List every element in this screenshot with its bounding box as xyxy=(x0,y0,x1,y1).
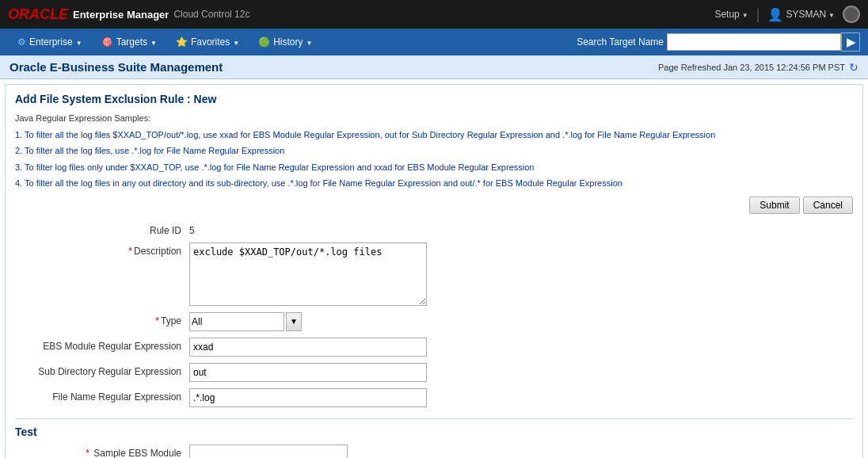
sample1: 1. To filter all the log files $XXAD_TOP… xyxy=(15,128,853,142)
nav-enterprise-label: Enterprise xyxy=(29,36,73,48)
sample4: 4. To filter all the log files in any ou… xyxy=(15,177,853,190)
search-input[interactable] xyxy=(667,33,841,51)
type-row: *Type ▼ xyxy=(15,312,853,331)
nav-history-label: History xyxy=(273,36,303,48)
nav-targets-label: Targets xyxy=(116,36,147,48)
sample3: 3. To filter log files only under $XXAD_… xyxy=(15,161,853,174)
history-icon: 🟢 xyxy=(258,36,270,48)
main-content: Add File System Exclusion Rule : New Jav… xyxy=(5,84,863,458)
type-dropdown-button[interactable]: ▼ xyxy=(286,312,302,331)
setup-button[interactable]: Setup xyxy=(714,9,748,20)
refresh-text: Page Refreshed Jan 23, 2015 12:24:56 PM … xyxy=(658,63,845,72)
file-name-label: File Name Regular Expression xyxy=(15,388,189,403)
type-select-wrapper: ▼ xyxy=(189,312,302,331)
header-divider: | xyxy=(756,6,760,23)
setup-label: Setup xyxy=(714,9,739,20)
cloud-control-text: Cloud Control 12c xyxy=(173,9,714,20)
sub-dir-label: Sub Directory Regular Expression xyxy=(15,363,189,377)
refresh-icon[interactable]: ↻ xyxy=(849,61,858,74)
help-icon[interactable] xyxy=(843,6,860,23)
test-title: Test xyxy=(15,426,853,438)
file-name-row: File Name Regular Expression xyxy=(15,388,853,407)
type-input[interactable] xyxy=(189,312,284,331)
description-textarea[interactable] xyxy=(189,242,427,306)
form-section: Rule ID 5 *Description *Type ▼ EBS Modul… xyxy=(15,222,853,407)
nav-favorites-label: Favorites xyxy=(191,36,230,48)
samples-header: Java Regular Expression Samples: xyxy=(15,112,853,125)
history-chevron-icon xyxy=(306,36,313,48)
rule-id-label: Rule ID xyxy=(15,222,189,236)
description-label: *Description xyxy=(15,242,189,257)
oracle-logo: ORACLE xyxy=(8,6,68,23)
sample-ebs-row: * Sample EBS Module xyxy=(15,445,853,459)
section-title: Add File System Exclusion Rule : New xyxy=(15,93,853,105)
search-label: Search Target Name xyxy=(577,36,664,48)
nav-favorites[interactable]: ⭐ Favorites xyxy=(166,29,249,55)
em-title: Enterprise Manager xyxy=(73,9,169,21)
ebs-module-label: EBS Module Regular Expression xyxy=(15,338,189,352)
nav-targets[interactable]: 🎯 Targets xyxy=(92,29,166,55)
favorites-chevron-icon xyxy=(233,36,239,48)
top-header: ORACLE Enterprise Manager Cloud Control … xyxy=(0,0,868,29)
type-label: *Type xyxy=(15,312,189,326)
sample-ebs-input[interactable] xyxy=(189,445,348,459)
user-label: SYSMAN xyxy=(786,9,826,20)
user-chevron-icon xyxy=(828,9,835,20)
nav-bar: ⚙ Enterprise 🎯 Targets ⭐ Favorites 🟢 His… xyxy=(0,29,868,55)
favorites-icon: ⭐ xyxy=(176,36,188,48)
enterprise-icon: ⚙ xyxy=(17,36,26,48)
action-buttons: Submit Cancel xyxy=(15,197,853,214)
setup-chevron-icon xyxy=(742,9,748,20)
sub-dir-input[interactable] xyxy=(189,363,427,382)
type-required-star: * xyxy=(155,315,159,326)
submit-button[interactable]: Submit xyxy=(749,197,799,214)
page-title: Oracle E-Business Suite Management xyxy=(10,60,223,74)
targets-chevron-icon xyxy=(150,36,157,48)
rule-id-value: 5 xyxy=(189,222,195,236)
sample-ebs-label: * Sample EBS Module xyxy=(15,445,189,459)
ebs-module-input[interactable] xyxy=(189,338,427,357)
file-name-input[interactable] xyxy=(189,388,427,407)
sub-dir-row: Sub Directory Regular Expression xyxy=(15,363,853,382)
ebs-module-row: EBS Module Regular Expression xyxy=(15,338,853,357)
description-required-star: * xyxy=(128,246,132,257)
description-row: *Description xyxy=(15,242,853,306)
search-button[interactable]: ▶ xyxy=(841,32,860,52)
header-right: Setup | 👤 SYSMAN xyxy=(714,6,860,23)
nav-search-section: Search Target Name ▶ xyxy=(577,32,860,52)
user-icon: 👤 xyxy=(767,7,783,22)
user-button[interactable]: 👤 SYSMAN xyxy=(767,7,835,22)
targets-icon: 🎯 xyxy=(101,36,113,48)
test-section: Test * Sample EBS Module xyxy=(15,418,853,459)
sample-ebs-required-star: * xyxy=(86,448,89,459)
nav-history[interactable]: 🟢 History xyxy=(249,29,322,55)
rule-id-row: Rule ID 5 xyxy=(15,222,853,236)
sample2: 2. To filter all the log files, use .*.l… xyxy=(15,144,853,158)
enterprise-chevron-icon xyxy=(76,36,82,48)
nav-enterprise[interactable]: ⚙ Enterprise xyxy=(8,29,92,55)
page-header: Oracle E-Business Suite Management Page … xyxy=(0,55,868,79)
cancel-button[interactable]: Cancel xyxy=(803,197,853,214)
page-refresh: Page Refreshed Jan 23, 2015 12:24:56 PM … xyxy=(658,61,858,74)
